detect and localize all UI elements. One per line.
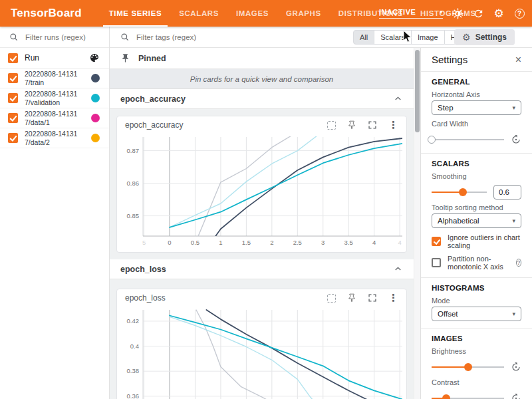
fullscreen-icon[interactable] bbox=[368, 293, 377, 303]
filter-tags-row[interactable]: Filter tags (regex) bbox=[120, 27, 196, 48]
run-checkbox-validation[interactable] bbox=[8, 93, 18, 103]
histogram-mode-value: Offset bbox=[438, 310, 458, 318]
reset-icon bbox=[511, 393, 521, 399]
card-width-row bbox=[432, 133, 521, 146]
filter-runs-row[interactable]: Filter runs (regex) bbox=[0, 27, 109, 48]
pin-card-icon[interactable] bbox=[347, 120, 356, 130]
scrollbar-thumb[interactable] bbox=[415, 50, 420, 132]
tab-graphs[interactable]: GRAPHS bbox=[277, 0, 330, 27]
contrast-reset-button[interactable] bbox=[511, 393, 521, 399]
palette-icon[interactable] bbox=[89, 53, 100, 63]
help-icon: ? bbox=[515, 9, 525, 19]
tab-scalars[interactable]: SCALARS bbox=[170, 0, 227, 27]
ignore-outliers-row[interactable]: Ignore outliers in chart scaling bbox=[432, 233, 521, 249]
section-header-epoch-loss[interactable]: epoch_loss bbox=[110, 259, 414, 279]
filter-tags-input[interactable]: Filter tags (regex) bbox=[136, 33, 196, 41]
svg-text:1.5: 1.5 bbox=[242, 239, 251, 246]
tensorboard-app: TensorBoard TIME SERIES SCALARS IMAGES G… bbox=[0, 0, 532, 399]
run-status-dropdown[interactable]: INACTIVE ▾ bbox=[379, 8, 443, 19]
gear-icon: ⚙ bbox=[462, 33, 471, 42]
images-heading: IMAGES bbox=[432, 334, 521, 342]
settings-panel: Settings × GENERAL Horizontal Axis Step … bbox=[420, 48, 532, 399]
reset-icon bbox=[511, 134, 521, 145]
run-checkbox-data-2[interactable] bbox=[8, 133, 18, 143]
horizontal-axis-label: Horizontal Axis bbox=[432, 90, 521, 98]
epoch-loss-chart[interactable]: 0.360.380.40.4200.511.522.533.54 bbox=[117, 307, 406, 399]
tab-time-series[interactable]: TIME SERIES bbox=[100, 0, 170, 27]
run-checkbox-data-1[interactable] bbox=[8, 113, 18, 123]
pin-icon bbox=[120, 53, 130, 63]
filter-image-button[interactable]: Image bbox=[411, 30, 445, 45]
svg-text:4: 4 bbox=[372, 239, 376, 246]
run-row-data-1[interactable]: 20220808-141317/data/1 bbox=[0, 108, 109, 128]
card-width-slider[interactable] bbox=[432, 139, 504, 140]
epoch-loss-card: epoch_loss ⋮ 0.360.380.40.4200.511.522.5… bbox=[116, 289, 407, 399]
partition-x-row[interactable]: Partition non-monotonic X axis ? bbox=[432, 255, 521, 271]
smoothing-slider[interactable] bbox=[432, 192, 487, 193]
refresh-button[interactable] bbox=[472, 7, 484, 19]
run-color-dot bbox=[91, 74, 100, 82]
fit-to-data-icon[interactable] bbox=[327, 294, 336, 303]
chevron-up-icon[interactable] bbox=[393, 94, 403, 104]
run-name: 20220808-141317/validation bbox=[25, 90, 80, 106]
smoothing-label: Smoothing bbox=[432, 172, 521, 180]
card-title: epoch_loss bbox=[125, 293, 166, 303]
card-header: epoch_loss ⋮ bbox=[117, 289, 406, 307]
chevron-down-icon: ▾ bbox=[512, 104, 515, 111]
partition-x-checkbox[interactable] bbox=[432, 258, 441, 267]
partition-x-label: Partition non-monotonic X axis bbox=[448, 255, 509, 271]
help-button[interactable]: ? bbox=[513, 7, 525, 19]
tab-images[interactable]: IMAGES bbox=[227, 0, 277, 27]
horizontal-axis-select[interactable]: Step ▾ bbox=[432, 100, 521, 115]
close-icon[interactable]: × bbox=[515, 55, 521, 65]
horizontal-axis-value: Step bbox=[438, 104, 454, 112]
svg-text:0.5: 0.5 bbox=[191, 239, 200, 246]
run-row-validation[interactable]: 20220808-141317/validation bbox=[0, 88, 109, 108]
run-checkbox-train[interactable] bbox=[8, 73, 18, 83]
brightness-reset-button[interactable] bbox=[511, 362, 521, 372]
settings-button[interactable]: ⚙ Settings bbox=[454, 29, 515, 45]
fullscreen-icon[interactable] bbox=[368, 120, 377, 130]
fit-to-data-icon[interactable] bbox=[327, 121, 336, 130]
settings-panel-title: Settings bbox=[432, 54, 467, 65]
chevron-up-icon[interactable] bbox=[393, 264, 403, 274]
card-width-reset-button[interactable] bbox=[511, 134, 521, 145]
more-options-icon[interactable]: ⋮ bbox=[388, 293, 398, 303]
run-color-dot bbox=[91, 114, 100, 122]
histogram-mode-select[interactable]: Offset ▾ bbox=[432, 307, 521, 321]
epoch-accuracy-chart[interactable]: 0.850.860.87500.511.522.533.544 bbox=[117, 134, 406, 252]
section-title: epoch_loss bbox=[120, 265, 166, 274]
svg-text:0: 0 bbox=[168, 239, 171, 246]
filter-runs-input[interactable]: Filter runs (regex) bbox=[25, 33, 86, 41]
card-header: epoch_accuracy ⋮ bbox=[117, 116, 406, 134]
histograms-heading: HISTOGRAMS bbox=[432, 284, 521, 292]
tooltip-sort-select[interactable]: Alphabetical ▾ bbox=[432, 213, 521, 228]
run-name: 20220808-141317/data/2 bbox=[25, 130, 80, 146]
brightness-toggle-button[interactable] bbox=[452, 7, 464, 19]
run-color-dot bbox=[91, 134, 100, 142]
filter-scalars-button[interactable]: Scalars bbox=[374, 30, 412, 45]
brightness-label: Brightness bbox=[432, 347, 521, 355]
settings-gear-button[interactable]: ⚙ bbox=[493, 7, 505, 19]
select-all-runs-checkbox[interactable] bbox=[8, 53, 18, 63]
search-icon bbox=[9, 33, 19, 42]
filter-all-button[interactable]: All bbox=[353, 30, 374, 45]
smoothing-value-input[interactable] bbox=[493, 185, 521, 200]
section-header-epoch-accuracy[interactable]: epoch_accuracy bbox=[110, 89, 414, 109]
ignore-outliers-checkbox[interactable] bbox=[432, 237, 441, 246]
chevron-down-icon: ▾ bbox=[440, 9, 443, 15]
run-row-data-2[interactable]: 20220808-141317/data/2 bbox=[0, 128, 109, 148]
header-controls: INACTIVE ▾ bbox=[379, 0, 525, 27]
help-icon[interactable]: ? bbox=[516, 259, 521, 267]
brightness-slider[interactable] bbox=[432, 366, 504, 368]
runs-column-label: Run bbox=[25, 53, 39, 63]
pinned-title: Pinned bbox=[138, 54, 166, 63]
svg-text:5: 5 bbox=[142, 239, 146, 246]
pinned-empty-message: Pin cards for a quick view and compariso… bbox=[110, 69, 414, 89]
run-row-train[interactable]: 20220808-141317/train bbox=[0, 68, 109, 88]
settings-button-label: Settings bbox=[475, 33, 507, 42]
pin-card-icon[interactable] bbox=[347, 293, 356, 303]
brightness-icon bbox=[452, 8, 464, 19]
more-options-icon[interactable]: ⋮ bbox=[388, 120, 398, 130]
chevron-down-icon: ▾ bbox=[512, 217, 515, 224]
